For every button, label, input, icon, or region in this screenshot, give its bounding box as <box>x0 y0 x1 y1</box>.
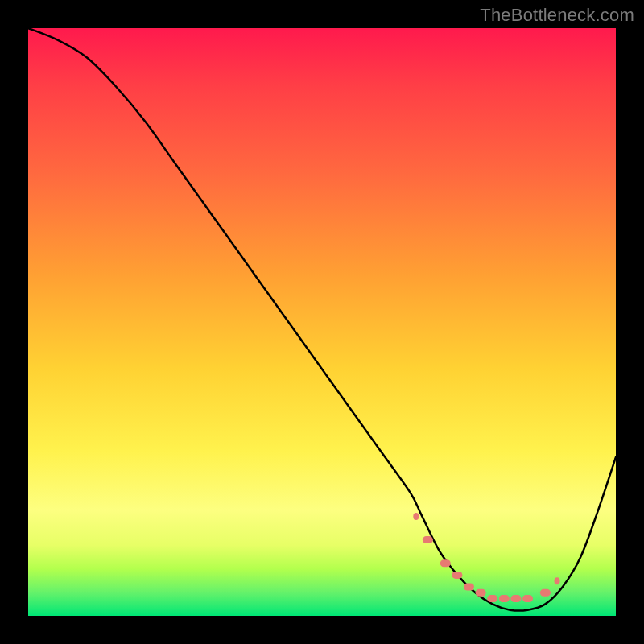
trough-marker <box>522 595 533 602</box>
watermark-text: TheBottleneck.com <box>480 5 634 26</box>
trough-marker <box>423 536 433 543</box>
trough-marker <box>413 513 419 520</box>
trough-marker <box>452 572 462 579</box>
trough-marker <box>510 595 521 602</box>
trough-marker <box>476 589 486 597</box>
plot-area <box>28 28 616 616</box>
trough-marker <box>499 595 510 602</box>
trough-marker <box>487 595 497 602</box>
trough-marker <box>540 589 551 597</box>
trough-marker <box>555 577 560 584</box>
trough-markers <box>413 513 559 602</box>
bottleneck-curve <box>28 28 616 611</box>
trough-marker <box>440 559 451 567</box>
chart-frame: TheBottleneck.com <box>0 0 644 644</box>
curve-layer <box>28 28 616 616</box>
trough-marker <box>464 584 474 591</box>
